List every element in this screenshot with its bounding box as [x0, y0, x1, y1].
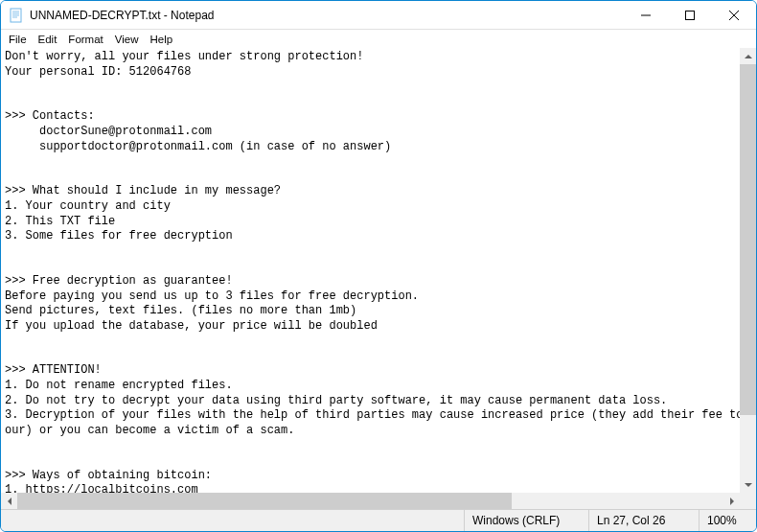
scroll-up-button[interactable] — [740, 48, 756, 64]
minimize-button[interactable] — [624, 1, 668, 29]
titlebar: UNNAMED-DECRYPT.txt - Notepad — [1, 1, 756, 30]
svg-marker-11 — [8, 497, 11, 505]
scroll-thumb-horizontal[interactable] — [17, 493, 512, 509]
statusbar: Windows (CRLF) Ln 27, Col 26 100% — [1, 509, 756, 531]
horizontal-scrollbar[interactable] — [1, 493, 740, 509]
menu-edit[interactable]: Edit — [33, 33, 63, 46]
svg-marker-9 — [745, 55, 752, 58]
menu-help[interactable]: Help — [145, 33, 179, 46]
scroll-right-button[interactable] — [723, 493, 740, 509]
menubar: File Edit Format View Help — [1, 30, 756, 48]
svg-marker-12 — [730, 497, 734, 505]
content-area: Don't worry, all your files under strong… — [1, 48, 756, 509]
status-zoom: 100% — [699, 510, 756, 531]
scroll-left-button[interactable] — [1, 493, 17, 509]
scroll-track-vertical[interactable] — [740, 64, 756, 476]
status-cursor-position: Ln 27, Col 26 — [588, 510, 699, 531]
vertical-scrollbar[interactable] — [740, 48, 756, 493]
close-button[interactable] — [712, 1, 756, 29]
text-editor[interactable]: Don't worry, all your files under strong… — [1, 48, 756, 509]
notepad-icon — [9, 8, 24, 23]
status-line-ending: Windows (CRLF) — [464, 510, 588, 531]
scroll-corner — [740, 493, 756, 509]
maximize-button[interactable] — [668, 1, 712, 29]
scroll-thumb-vertical[interactable] — [740, 64, 756, 415]
menu-view[interactable]: View — [109, 33, 145, 46]
window-controls — [624, 1, 756, 29]
scroll-track-horizontal[interactable] — [17, 493, 723, 509]
window-title: UNNAMED-DECRYPT.txt - Notepad — [30, 9, 215, 22]
menu-format[interactable]: Format — [62, 33, 108, 46]
scroll-down-button[interactable] — [740, 476, 756, 493]
svg-rect-6 — [686, 11, 695, 19]
menu-file[interactable]: File — [3, 33, 33, 46]
svg-marker-10 — [745, 483, 752, 487]
